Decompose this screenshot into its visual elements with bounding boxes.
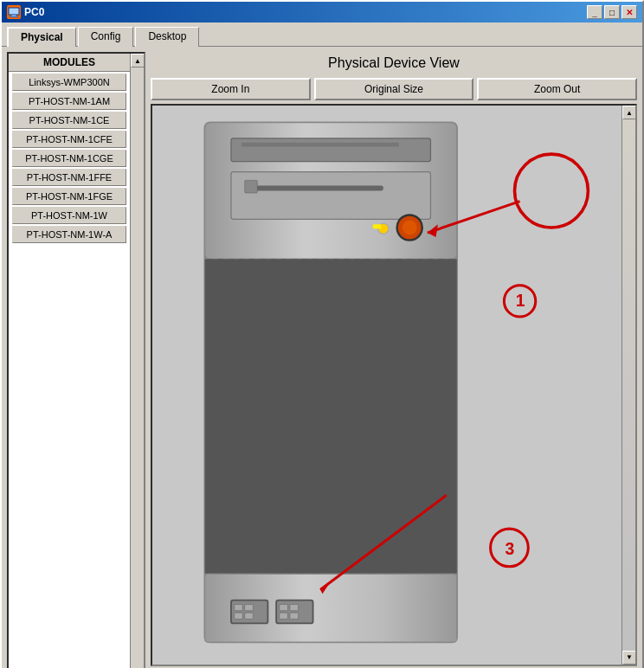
minimize-button[interactable]: _ xyxy=(587,5,602,19)
list-item[interactable]: PT-HOST-NM-1FGE xyxy=(12,188,126,205)
window-title: PC0 xyxy=(24,6,44,18)
svg-rect-10 xyxy=(247,185,383,190)
close-button[interactable]: ✕ xyxy=(621,5,637,19)
svg-rect-25 xyxy=(276,601,312,624)
title-bar: PC0 _ □ ✕ xyxy=(2,2,642,22)
tab-content: MODULES Linksys-WMP300N PT-HOST-NM-1AM P… xyxy=(2,46,642,668)
svg-rect-20 xyxy=(231,601,267,624)
left-panel: MODULES Linksys-WMP300N PT-HOST-NM-1AM P… xyxy=(7,52,145,668)
svg-rect-11 xyxy=(245,180,258,193)
scroll-thumb[interactable] xyxy=(131,67,144,668)
svg-rect-24 xyxy=(245,613,254,619)
zoom-in-button[interactable]: Zoom In xyxy=(151,78,311,100)
maximize-button[interactable]: □ xyxy=(604,5,620,19)
svg-rect-1 xyxy=(11,15,16,16)
list-item[interactable]: PT-HOST-NM-1W-A xyxy=(12,226,126,243)
svg-rect-17 xyxy=(205,259,457,574)
zoom-out-button[interactable]: Zoom Out xyxy=(477,78,637,100)
list-item[interactable]: PT-HOST-NM-1CFE xyxy=(12,131,126,148)
svg-rect-7 xyxy=(231,138,430,162)
list-item[interactable]: PT-HOST-NM-1W xyxy=(12,207,126,224)
device-view-area: 1 3 ▲ ▼ xyxy=(151,104,637,666)
main-window: PC0 _ □ ✕ Physical Config Desktop MODULE… xyxy=(0,0,644,668)
svg-rect-23 xyxy=(235,613,243,619)
svg-rect-29 xyxy=(290,613,299,619)
tab-config[interactable]: Config xyxy=(78,27,134,47)
device-scroll-up[interactable]: ▲ xyxy=(622,106,636,119)
device-scroll-thumb[interactable] xyxy=(622,119,635,651)
app-icon xyxy=(7,5,21,19)
list-item[interactable]: Linksys-WMP300N xyxy=(12,74,126,91)
title-bar-left: PC0 xyxy=(7,5,44,19)
device-view-title: Physical Device View xyxy=(151,52,637,74)
svg-text:3: 3 xyxy=(506,539,515,558)
svg-rect-28 xyxy=(280,613,288,619)
tab-desktop[interactable]: Desktop xyxy=(135,27,199,47)
tab-physical[interactable]: Physical xyxy=(7,27,76,47)
device-view-scrollbar: ▲ ▼ xyxy=(621,106,635,665)
svg-point-13 xyxy=(402,221,417,235)
modules-header: MODULES xyxy=(9,54,130,72)
modules-inner: MODULES Linksys-WMP300N PT-HOST-NM-1AM P… xyxy=(9,54,144,243)
list-item[interactable]: PT-HOST-NM-1CGE xyxy=(12,150,126,167)
svg-point-30 xyxy=(515,154,589,228)
svg-text:1: 1 xyxy=(516,291,525,310)
svg-rect-27 xyxy=(290,604,299,610)
window-controls: _ □ ✕ xyxy=(587,5,637,19)
list-item[interactable]: PT-HOST-NM-1CE xyxy=(12,112,126,129)
scroll-up-button[interactable]: ▲ xyxy=(131,54,145,67)
svg-rect-22 xyxy=(245,604,254,610)
modules-scrollbar: ▲ ▼ xyxy=(130,54,144,668)
svg-rect-15 xyxy=(373,224,382,228)
device-scroll-down[interactable]: ▼ xyxy=(622,651,636,665)
svg-rect-9 xyxy=(231,172,430,220)
svg-rect-26 xyxy=(280,604,288,610)
list-item[interactable]: PT-HOST-NM-1AM xyxy=(12,93,126,110)
svg-rect-2 xyxy=(10,16,18,17)
right-panel: Physical Device View Zoom In Original Si… xyxy=(151,52,637,668)
zoom-controls: Zoom In Original Size Zoom Out xyxy=(151,78,637,100)
modules-panel: MODULES Linksys-WMP300N PT-HOST-NM-1AM P… xyxy=(7,52,145,668)
svg-rect-21 xyxy=(235,604,243,610)
device-image: 1 3 xyxy=(152,106,635,665)
svg-rect-8 xyxy=(242,143,399,147)
list-item[interactable]: PT-HOST-NM-1FFE xyxy=(12,169,126,186)
original-size-button[interactable]: Original Size xyxy=(314,78,474,100)
svg-rect-0 xyxy=(9,8,19,15)
tabs-bar: Physical Config Desktop xyxy=(2,22,642,46)
